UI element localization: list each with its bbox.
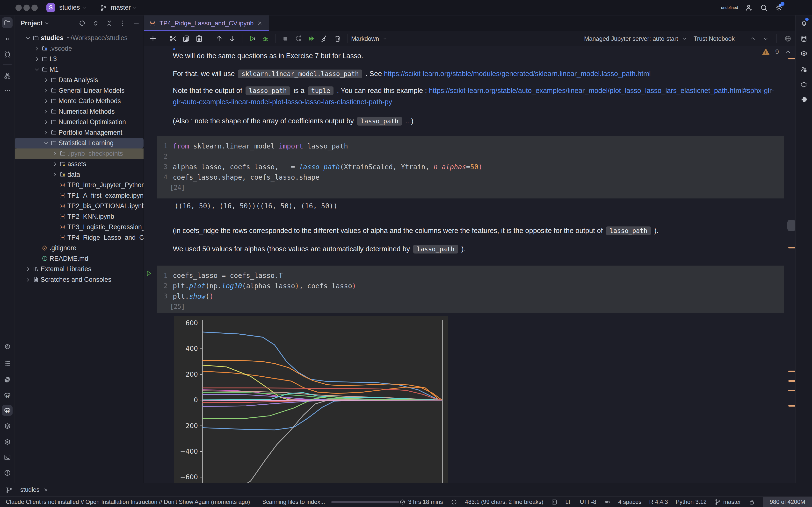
eye-icon[interactable]: [604, 499, 610, 505]
tree-row-tp3-logistic-regression-an[interactable]: TP3_Logistic_Regression_an: [15, 222, 144, 232]
tree-row-readme-md[interactable]: README.md: [15, 253, 144, 264]
scrollbar-warning-mark[interactable]: [788, 390, 795, 391]
chevron-right-icon[interactable]: [33, 45, 41, 52]
editor-scrollbar-thumb[interactable]: [788, 220, 795, 231]
move-cell-up-button[interactable]: [215, 35, 223, 43]
gear-icon[interactable]: [775, 4, 783, 12]
chevron-down-icon[interactable]: [33, 66, 41, 73]
kernel-grid-icon[interactable]: [551, 499, 558, 505]
search-icon[interactable]: [760, 4, 768, 12]
project-switcher[interactable]: studies: [59, 4, 80, 11]
r-console-icon[interactable]: R: [2, 390, 12, 400]
move-cell-down-button[interactable]: [228, 35, 236, 43]
tree-row-tp2-knn-ipynb[interactable]: TP2_KNN.ipynb: [15, 212, 144, 222]
code-cell[interactable]: 1from sklearn.linear_model import lasso_…: [157, 136, 784, 199]
window-minimize-button[interactable]: [23, 5, 30, 11]
scrollbar-warning-mark[interactable]: [788, 380, 795, 382]
clear-outputs-button[interactable]: [320, 35, 329, 43]
plugins-icon[interactable]: [799, 94, 809, 105]
locate-file-icon[interactable]: [78, 19, 86, 27]
tree-row-numerical-methods[interactable]: Numerical Methods: [15, 107, 144, 117]
tree-row-studies[interactable]: studies~/Workspace/studies: [15, 33, 144, 44]
commit-icon[interactable]: [2, 34, 12, 44]
copy-cell-button[interactable]: [182, 35, 190, 43]
tree-row-tp2-bis-optional-ipynb[interactable]: TP2_bis_OPTIONAL.ipynb: [15, 201, 144, 212]
trust-notebook-button[interactable]: Trust Notebook: [694, 35, 735, 42]
ai-assistant-icon[interactable]: [451, 499, 457, 505]
chevron-down-icon[interactable]: [24, 35, 32, 41]
r-version-widget[interactable]: R 4.4.3: [649, 499, 668, 505]
python-packages-icon[interactable]: [2, 374, 12, 385]
tree-row-m1[interactable]: M1: [15, 64, 144, 75]
status-message[interactable]: Claude Client is not installed // Open I…: [6, 497, 250, 507]
debug-cell-button[interactable]: [261, 35, 269, 43]
chevron-right-icon[interactable]: [33, 56, 41, 62]
restart-kernel-button[interactable]: [294, 35, 303, 43]
add-person-icon[interactable]: [745, 4, 753, 12]
delete-cell-button[interactable]: [334, 35, 342, 43]
tree-row-tp4-ridge-lasso-and-cv-ip[interactable]: TP4_Ridge_Lasso_and_CV.ip: [15, 232, 144, 243]
window-zoom-button[interactable]: [32, 5, 38, 11]
chevron-right-icon[interactable]: [42, 129, 50, 136]
tab-notebook[interactable]: TP4_Ridge_Lasso_and_CV.ipynb: [144, 15, 269, 31]
chevron-right-icon[interactable]: [42, 119, 50, 125]
code-cell[interactable]: 1coefs_lasso = coefs_lasso.T2plt.plot(np…: [157, 266, 784, 313]
paste-cell-button[interactable]: [195, 35, 203, 43]
database-icon[interactable]: [799, 33, 809, 44]
branch-switcher[interactable]: master: [100, 4, 138, 11]
pull-request-icon[interactable]: [2, 49, 12, 60]
run-cell-button[interactable]: [248, 35, 256, 43]
markdown-link[interactable]: glr-auto-examples-linear-model-plot-lass…: [173, 98, 392, 106]
chevron-right-icon[interactable]: [51, 171, 58, 178]
toolwindow-tab-studies[interactable]: studies: [20, 486, 49, 493]
chevron-right-icon[interactable]: [42, 98, 50, 104]
tree-row-data[interactable]: data: [15, 169, 144, 180]
chevron-down-icon[interactable]: [762, 35, 769, 42]
notifications-icon[interactable]: [799, 18, 809, 28]
inspections-widget[interactable]: 9: [762, 48, 795, 56]
close-icon[interactable]: [257, 20, 263, 26]
stop-kernel-button[interactable]: [281, 35, 290, 43]
collapse-all-icon[interactable]: [105, 19, 113, 27]
r-console-icon[interactable]: R: [799, 49, 809, 59]
window-close-button[interactable]: [15, 5, 22, 11]
scrollbar-warning-mark[interactable]: [788, 247, 795, 248]
chevron-right-icon[interactable]: [24, 276, 32, 283]
project-badge[interactable]: S: [46, 3, 55, 12]
tree-row-tp1-a-first-example-ipynb[interactable]: TP1_A_first_example.ipynb: [15, 190, 144, 201]
chevron-down-icon[interactable]: [42, 140, 50, 146]
indent-widget[interactable]: 4 spaces: [618, 499, 642, 505]
chevron-up-icon[interactable]: [784, 48, 792, 56]
services-icon[interactable]: [2, 437, 12, 447]
globe-icon[interactable]: [784, 35, 792, 43]
tree-row-statistical-learning[interactable]: Statistical Learning: [15, 138, 144, 149]
lock-open-icon[interactable]: [749, 499, 755, 505]
tree-row--ipynb-checkpoints[interactable]: .ipynb_checkpoints: [15, 149, 144, 159]
caret-position[interactable]: 483:1 (99 chars, 2 line breaks): [465, 499, 543, 505]
run-all-cells-button[interactable]: [307, 35, 316, 43]
git-branch-widget[interactable]: master: [714, 499, 741, 505]
todo-list-icon[interactable]: [2, 358, 12, 369]
tree-row--gitignore[interactable]: .gitignore: [15, 243, 144, 253]
chevron-right-icon[interactable]: [42, 108, 50, 115]
terminal-icon[interactable]: [2, 452, 12, 463]
tree-row-monte-carlo-methods[interactable]: Monte Carlo Methods: [15, 96, 144, 107]
add-cell-button[interactable]: [149, 35, 157, 43]
line-ending-widget[interactable]: LF: [565, 499, 572, 505]
chevron-right-icon[interactable]: [51, 151, 58, 157]
tree-row-assets[interactable]: assets: [15, 159, 144, 169]
scrollbar-warning-mark[interactable]: [788, 371, 795, 372]
chevron-right-icon[interactable]: [51, 161, 58, 167]
tree-row-tp0-intro-jupyter-python-ip[interactable]: TP0_Intro_Jupyter_Python.ip: [15, 180, 144, 190]
code-with-me-icon[interactable]: [799, 64, 809, 74]
chevron-right-icon[interactable]: [24, 266, 32, 272]
python-interpreter-widget[interactable]: Python 3.12: [676, 499, 707, 505]
layers-icon[interactable]: [2, 421, 12, 432]
tree-row-scratches-and-consoles[interactable]: Scratches and Consoles: [15, 275, 144, 285]
cut-cell-button[interactable]: [169, 35, 177, 43]
scrollbar-warning-mark[interactable]: [788, 58, 795, 59]
encoding-widget[interactable]: UTF-8: [580, 499, 596, 505]
cell-type-dropdown[interactable]: Markdown: [351, 35, 388, 42]
markdown-link[interactable]: https://scikit-learn.org/stable/modules/…: [384, 70, 651, 77]
project-panel-title[interactable]: Project: [20, 19, 43, 27]
